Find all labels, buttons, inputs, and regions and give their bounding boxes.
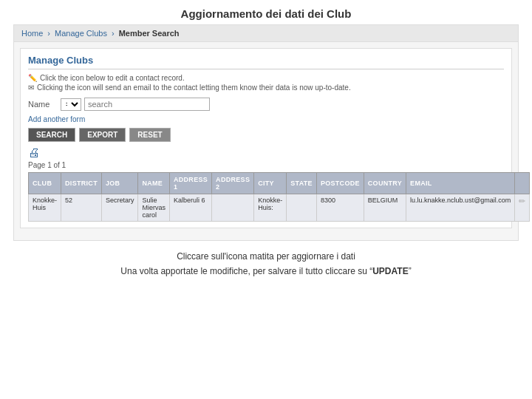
- table-row: Knokke-Huis52SecretarySulie Miervas caro…: [29, 194, 530, 222]
- reset-button[interactable]: RESET: [129, 128, 170, 142]
- col-postcode: POSTCODE: [316, 173, 364, 194]
- col-city: CITY: [254, 173, 287, 194]
- printer-icon[interactable]: 🖨: [28, 146, 504, 160]
- instruction-edit: ✏️ Click the icon below to edit a contac…: [28, 74, 504, 82]
- cell-district: 52: [61, 194, 102, 222]
- instruction-email: ✉ Clicking the icon will send an email t…: [28, 83, 504, 92]
- edit-pencil-icon[interactable]: ✏: [519, 197, 525, 205]
- envelope-icon: ✉: [28, 83, 34, 92]
- cell-email: lu.lu.knakke.nclub.ust@gmail.com: [406, 194, 515, 222]
- col-address2: ADDRESS 2: [212, 173, 254, 194]
- breadcrumb-sep2: ›: [112, 29, 115, 38]
- breadcrumb-manage-clubs[interactable]: Manage Clubs: [55, 29, 107, 38]
- breadcrumb: Home › Manage Clubs › Member Search: [14, 25, 518, 42]
- footer-line2: Una volta apportate le modifiche, per sa…: [15, 266, 517, 276]
- cell-name: Sulie Miervas carol: [138, 194, 170, 222]
- cell-club: Knokke-Huis: [29, 194, 61, 222]
- filter-select[interactable]: = != ~: [61, 98, 81, 111]
- col-district: DISTRICT: [61, 173, 102, 194]
- table-header-row: CLUB DISTRICT JOB NAME ADDRESS 1 ADDRESS…: [29, 173, 530, 194]
- add-filter-link[interactable]: Add another form: [28, 115, 504, 123]
- data-table: CLUB DISTRICT JOB NAME ADDRESS 1 ADDRESS…: [28, 172, 530, 222]
- cell-job: Secretary: [101, 194, 138, 222]
- col-club: CLUB: [29, 173, 61, 194]
- pencil-icon: ✏️: [28, 74, 37, 82]
- search-label: Name: [28, 100, 58, 109]
- col-job: JOB: [101, 173, 138, 194]
- col-email: EMAIL: [406, 173, 515, 194]
- search-button[interactable]: SEARCH: [28, 128, 75, 142]
- col-edit: [515, 173, 530, 194]
- cell-state: [287, 194, 317, 222]
- footer-instructions: Cliccare sull'icona matita per aggiornar…: [0, 241, 532, 284]
- search-input[interactable]: [84, 98, 210, 111]
- edit-cell[interactable]: ✏: [515, 194, 530, 222]
- export-button[interactable]: EXPORT: [79, 128, 126, 142]
- col-country: COUNTRY: [364, 173, 406, 194]
- cell-postcode: 8300: [316, 194, 364, 222]
- page-info: Page 1 of 1: [28, 161, 504, 169]
- footer-line2-keyword: UPDATE: [372, 266, 408, 276]
- page-title: Aggiornamento dei dati dei Club: [0, 0, 532, 24]
- footer-line2-suffix: ”: [409, 266, 412, 276]
- footer-line1: Cliccare sull'icona matita per aggiornar…: [15, 251, 517, 262]
- cell-city: Knokke-Huis:: [254, 194, 287, 222]
- cell-address-2: [212, 194, 254, 222]
- col-address1: ADDRESS 1: [169, 173, 211, 194]
- search-form: Name = != ~: [28, 98, 504, 111]
- col-state: STATE: [287, 173, 317, 194]
- breadcrumb-home[interactable]: Home: [21, 29, 43, 38]
- content-wrapper: Home › Manage Clubs › Member Search Mana…: [13, 24, 519, 241]
- cell-country: BELGIUM: [364, 194, 406, 222]
- breadcrumb-member-search: Member Search: [119, 29, 180, 38]
- button-row: SEARCH EXPORT RESET: [28, 128, 504, 142]
- inner-panel: Manage Clubs ✏️ Click the icon below to …: [20, 48, 512, 228]
- cell-address-1: Kalberuli 6: [169, 194, 211, 222]
- breadcrumb-sep1: ›: [47, 29, 50, 38]
- footer-line2-prefix: Una volta apportate le modifiche, per sa…: [120, 266, 372, 276]
- panel-title: Manage Clubs: [28, 55, 504, 69]
- col-name: NAME: [138, 173, 170, 194]
